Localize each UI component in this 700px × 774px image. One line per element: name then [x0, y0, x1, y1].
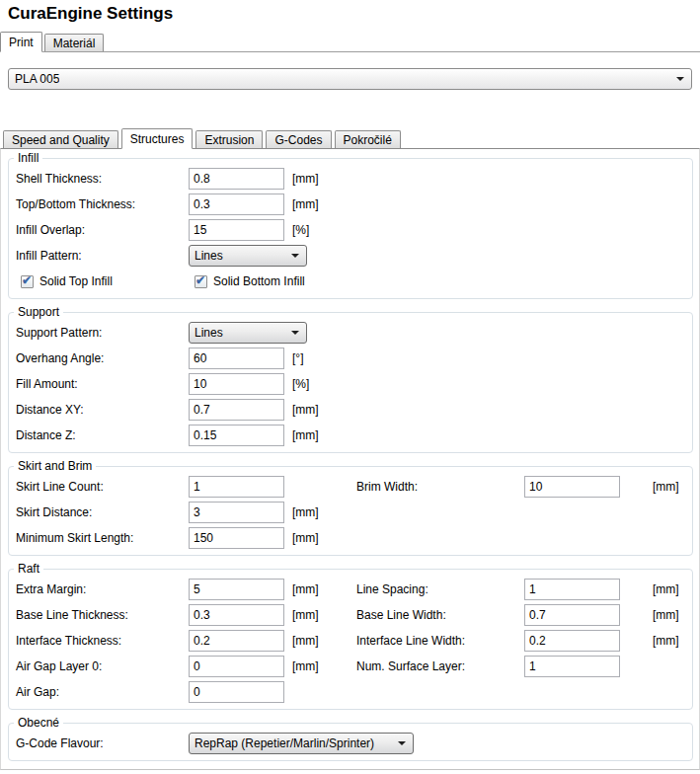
unit-label: [%]: [292, 223, 309, 237]
settings-row: Infill Pattern:Lines: [9, 245, 692, 267]
settings-row: Interface Thickness:[mm]Interface Line W…: [9, 630, 692, 652]
field-label: Distance XY:: [16, 403, 84, 417]
settings-tab-strip: Speed and QualityStructuresExtrusionG-Co…: [0, 127, 700, 148]
infill-pattern-dropdown[interactable]: Lines: [189, 245, 307, 267]
field-label: Air Gap Layer 0:: [16, 659, 102, 673]
settings-row: ✔Solid Top Infill✔Solid Bottom Infill: [9, 271, 692, 292]
settings-row: Top/Bottom Thickness:[mm]: [9, 194, 692, 215]
caret-down-icon: [676, 77, 684, 81]
tab-g-codes[interactable]: G-Codes: [266, 130, 331, 148]
distance-xy-input[interactable]: [189, 399, 284, 421]
field-label: Air Gap:: [16, 685, 59, 699]
interface-thickness-input[interactable]: [189, 630, 284, 652]
field-label: Infill Overlap:: [16, 223, 85, 237]
support-pattern-dropdown[interactable]: Lines: [189, 322, 307, 344]
unit-label: [°]: [292, 351, 303, 365]
tab-structures[interactable]: Structures: [121, 128, 194, 149]
group-raft: RaftExtra Margin:[mm]Line Spacing:[mm]Ba…: [8, 562, 693, 710]
base-line-width-input[interactable]: [524, 604, 620, 626]
unit-label: [mm]: [653, 582, 679, 596]
group-skirt-and-brim: Skirt and BrimSkirt Line Count:Brim Widt…: [8, 459, 693, 556]
air-gap-layer-0-input[interactable]: [189, 656, 284, 677]
line-spacing-input[interactable]: [524, 579, 620, 600]
group-obecne: ObecnéG-Code Flavour:RepRap (Repetier/Ma…: [8, 716, 693, 761]
checkbox-box: ✔: [21, 275, 34, 288]
unit-label: [mm]: [292, 659, 319, 673]
unit-label: [mm]: [292, 634, 319, 648]
shell-thickness-input[interactable]: [189, 168, 284, 190]
overhang-angle-input[interactable]: [189, 348, 284, 369]
checkbox-label: Solid Bottom Infill: [213, 274, 305, 288]
field-label: Fill Amount:: [16, 377, 78, 391]
unit-label: [mm]: [653, 634, 679, 648]
settings-row: Overhang Angle:[°]: [9, 348, 692, 369]
settings-row: Support Pattern:Lines: [9, 322, 692, 344]
field-label: G-Code Flavour:: [16, 736, 104, 750]
base-line-thickness-input[interactable]: [189, 604, 284, 626]
field-label: Shell Thickness:: [16, 172, 102, 186]
infill-overlap-input[interactable]: [189, 219, 284, 241]
unit-label: [mm]: [292, 172, 319, 186]
profile-combobox[interactable]: PLA 005: [8, 68, 692, 90]
settings-row: Skirt Distance:[mm]: [9, 502, 692, 523]
tab-extrusion[interactable]: Extrusion: [195, 130, 263, 148]
field-label: Num. Surface Layer:: [356, 659, 465, 673]
group-title: Obecné: [14, 716, 63, 730]
dialog-title: CuraEngine Settings: [8, 4, 173, 24]
checkbox-label: Solid Top Infill: [39, 274, 113, 288]
interface-line-width-input[interactable]: [524, 630, 620, 652]
unit-label: [mm]: [292, 197, 319, 211]
dropdown-value: RepRap (Repetier/Marlin/Sprinter): [194, 736, 374, 750]
tab-speed-and-quality[interactable]: Speed and Quality: [3, 130, 118, 148]
profile-combobox-value: PLA 005: [15, 72, 59, 86]
tab-print[interactable]: Print: [0, 32, 42, 52]
solid-top-infill-checkbox[interactable]: ✔Solid Top Infill: [21, 274, 113, 288]
checkbox-box: ✔: [194, 275, 207, 288]
settings-row: Air Gap:: [9, 681, 692, 703]
unit-label: [mm]: [292, 582, 319, 596]
distance-z-input[interactable]: [189, 425, 284, 446]
air-gap-input[interactable]: [189, 681, 284, 703]
brim-width-input[interactable]: [524, 476, 620, 498]
group-title: Raft: [14, 562, 43, 576]
skirt-distance-input[interactable]: [189, 502, 284, 523]
field-label: Skirt Line Count:: [16, 480, 104, 494]
tab-material[interactable]: Materiál: [44, 34, 105, 51]
caret-down-icon: [398, 741, 406, 745]
unit-label: [%]: [292, 377, 309, 391]
unit-label: [mm]: [292, 403, 319, 417]
settings-row: Fill Amount:[%]: [9, 373, 692, 395]
settings-row: Shell Thickness:[mm]: [9, 168, 692, 190]
settings-row: Skirt Line Count:Brim Width:[mm]: [9, 476, 692, 498]
unit-label: [mm]: [292, 505, 319, 519]
tab-pokrocile[interactable]: Pokročilé: [335, 130, 401, 148]
caret-down-icon: [291, 331, 299, 335]
unit-label: [mm]: [653, 608, 679, 622]
top-bottom-thickness-input[interactable]: [189, 194, 284, 215]
dropdown-value: Lines: [194, 249, 223, 263]
settings-row: Distance Z:[mm]: [9, 425, 692, 446]
g-code-flavour-dropdown[interactable]: RepRap (Repetier/Marlin/Sprinter): [189, 733, 414, 754]
settings-row: Extra Margin:[mm]Line Spacing:[mm]: [9, 579, 692, 600]
fill-amount-input[interactable]: [189, 373, 284, 395]
num-surface-layer-input[interactable]: [524, 656, 620, 677]
field-label: Minimum Skirt Length:: [16, 531, 133, 545]
unit-label: [mm]: [292, 428, 319, 442]
field-label: Skirt Distance:: [16, 505, 92, 519]
settings-row: G-Code Flavour:RepRap (Repetier/Marlin/S…: [9, 733, 692, 754]
solid-bottom-infill-checkbox[interactable]: ✔Solid Bottom Infill: [194, 274, 305, 288]
skirt-line-count-input[interactable]: [189, 476, 284, 498]
settings-row: Infill Overlap:[%]: [9, 219, 692, 241]
minimum-skirt-length-input[interactable]: [189, 527, 284, 549]
group-infill: InfillShell Thickness:[mm]Top/Bottom Thi…: [8, 151, 693, 299]
extra-margin-input[interactable]: [189, 579, 284, 600]
field-label: Interface Thickness:: [16, 634, 121, 648]
field-label: Brim Width:: [356, 480, 418, 494]
caret-down-icon: [291, 254, 299, 258]
check-icon: ✔: [195, 273, 205, 287]
group-title: Infill: [14, 151, 42, 165]
field-label: Interface Line Width:: [356, 634, 465, 648]
unit-label: [mm]: [292, 531, 319, 545]
field-label: Base Line Width:: [356, 608, 446, 622]
field-label: Overhang Angle:: [16, 351, 104, 365]
